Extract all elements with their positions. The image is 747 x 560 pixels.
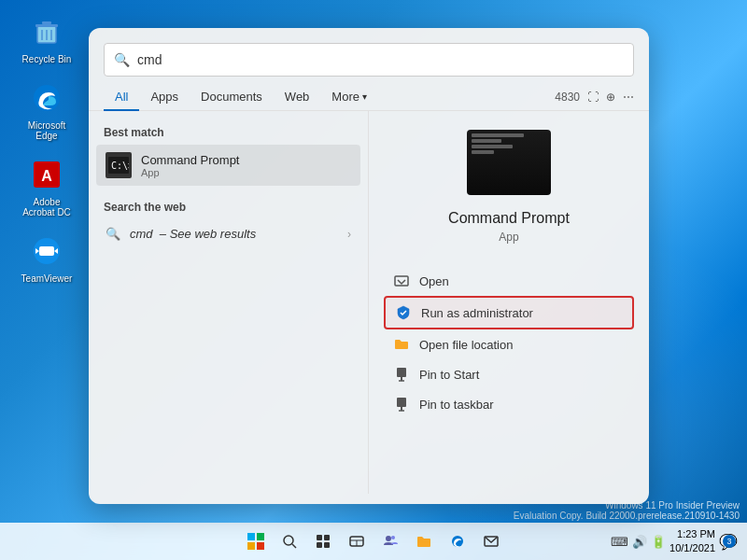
folder-icon [393,336,410,353]
edge-label: Microsoft Edge [18,120,76,141]
adobe-label: Adobe Acrobat DC [18,197,76,217]
pin-taskbar-icon [393,396,410,413]
chevron-down-icon: ▾ [362,91,367,102]
web-suffix: – See web results [160,227,256,241]
pin-start-icon [393,366,410,383]
system-tray: ⌨ 🔊 🔋 1:23 PM 10/1/2021 💬 3 [611,527,738,556]
teamviewer-icon [28,232,65,270]
start-button[interactable] [241,526,271,556]
svg-point-26 [284,536,293,545]
mail-button[interactable] [476,526,506,556]
svg-text:C:\>: C:\> [111,161,129,171]
desktop: Recycle Bin Microsoft Edge A Adobe Acrob… [0,0,747,560]
web-search-cmd[interactable]: 🔍 cmd – See web results › [96,219,360,248]
open-file-location-label: Open file location [419,338,513,352]
action-open[interactable]: Open [384,266,634,296]
cmd-preview-line1 [472,133,524,137]
svg-rect-1 [35,24,58,27]
search-box[interactable]: 🔍 cmd [104,43,634,77]
cmd-icon: C:\> [106,152,132,178]
best-match-label: Best match [96,122,360,145]
tab-all[interactable]: All [104,84,139,111]
cmd-name: Command Prompt [141,153,239,167]
tabs-right: 4830 ⛶ ⊕ ⋯ [555,91,634,104]
run-as-admin-label: Run as administrator [421,306,533,320]
adobe-icon: A [28,156,65,193]
cmd-preview-line3 [472,145,513,148]
share-icon: ⊕ [606,91,615,104]
svg-rect-28 [317,535,322,540]
preview-app-name: Command Prompt [448,210,570,227]
search-panel: 🔍 cmd All Apps Documents Web More ▾ 4830… [89,28,649,504]
desktop-icon-edge[interactable]: Microsoft Edge [14,76,79,145]
edge-icon [28,79,65,117]
desktop-icon-teamviewer[interactable]: TeamViewer [14,229,79,287]
cmd-preview-line4 [472,150,494,154]
desktop-icon-adobe[interactable]: A Adobe Acrobat DC [14,152,79,221]
cmd-type: App [141,167,239,178]
svg-point-6 [34,85,60,111]
task-view-button[interactable] [308,526,338,556]
edge-taskbar-button[interactable] [443,526,472,556]
widgets-button[interactable] [342,526,372,556]
network-icon[interactable]: ⌨ [611,535,628,549]
web-search-text: cmd – See web results [130,227,256,241]
web-query: cmd [130,227,153,241]
taskbar: ⌨ 🔊 🔋 1:23 PM 10/1/2021 💬 3 [0,523,747,560]
preview-app-type: App [499,231,518,244]
taskbar-center [241,526,506,556]
svg-rect-2 [42,21,51,24]
recycle-bin-icon [28,13,65,50]
desktop-icons-container: Recycle Bin Microsoft Edge A Adobe Acrob… [14,9,79,287]
open-label: Open [419,274,449,288]
battery-icon[interactable]: 🔋 [651,535,666,549]
svg-rect-22 [247,533,255,540]
action-pin-to-start[interactable]: Pin to Start [384,359,634,389]
action-run-as-admin[interactable]: Run as administrator [384,296,634,329]
search-input-value: cmd [137,52,162,67]
tab-apps[interactable]: Apps [139,84,190,111]
volume-icon[interactable]: 🔊 [632,535,647,549]
search-web-label: Search the web [96,197,360,219]
action-list: Open Run as administrator [384,266,634,419]
pin-to-start-label: Pin to Start [419,368,479,382]
recycle-bin-label: Recycle Bin [22,54,72,64]
watermark-line2: Evaluation Copy. Build 22000.prerelease.… [514,511,740,521]
taskbar-clock[interactable]: 1:23 PM 10/1/2021 [669,527,715,556]
web-search-icon: 🔍 [106,227,120,241]
svg-rect-29 [324,535,330,540]
desktop-icon-recycle-bin[interactable]: Recycle Bin [14,9,79,68]
tab-documents[interactable]: Documents [190,84,274,111]
teamviewer-label: TeamViewer [21,273,73,284]
svg-rect-30 [317,542,322,548]
search-box-icon: 🔍 [114,52,130,67]
svg-rect-31 [324,542,330,548]
notification-badge: 3 [723,535,736,548]
open-icon [393,273,410,289]
results-right-panel: Command Prompt App Open [369,111,649,494]
pin-to-taskbar-label: Pin to taskbar [419,398,494,412]
svg-rect-23 [257,533,264,540]
svg-rect-19 [397,398,406,407]
action-pin-to-taskbar[interactable]: Pin to taskbar [384,389,634,419]
svg-rect-25 [257,542,264,550]
notification-center[interactable]: 💬 3 [719,533,738,551]
svg-rect-16 [397,368,406,377]
shield-icon [395,304,412,321]
svg-rect-24 [247,542,255,550]
cmd-info: Command Prompt App [141,153,239,178]
taskbar-date-display: 10/1/2021 [669,541,715,555]
tab-web[interactable]: Web [274,84,321,111]
action-open-file-location[interactable]: Open file location [384,329,634,359]
search-taskbar-button[interactable] [275,526,304,556]
tab-more[interactable]: More ▾ [320,84,378,111]
svg-point-36 [391,536,395,539]
taskbar-time-display: 1:23 PM [669,527,715,541]
svg-line-27 [292,544,296,548]
more-options-icon[interactable]: ⋯ [623,91,634,104]
svg-text:A: A [41,168,52,184]
filter-tabs: All Apps Documents Web More ▾ 4830 ⛶ ⊕ ⋯ [89,77,649,111]
teams-button[interactable] [375,526,405,556]
result-command-prompt[interactable]: C:\> Command Prompt App [96,145,360,186]
file-explorer-button[interactable] [409,526,439,556]
